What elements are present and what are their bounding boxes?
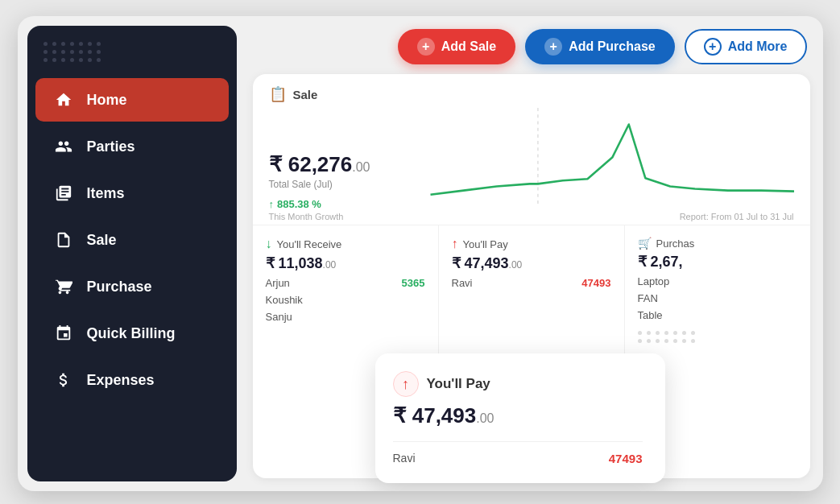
chart-wrapper: Report: From 01 Jul to 31 Jul bbox=[414, 108, 794, 221]
sale-icon bbox=[53, 229, 74, 250]
receive-party-name3: Sanju bbox=[266, 311, 292, 323]
receive-party-amount: 5365 bbox=[402, 277, 425, 289]
add-purchase-label: Add Purchase bbox=[569, 39, 656, 54]
add-sale-button[interactable]: + Add Sale bbox=[398, 29, 515, 64]
add-sale-label: Add Sale bbox=[441, 39, 496, 54]
sidebar-item-items[interactable]: Items bbox=[35, 171, 229, 215]
items-icon bbox=[53, 183, 74, 204]
growth-label: This Month Growth bbox=[269, 212, 398, 221]
cards-row: ↓ You'll Receive ₹ 11,038.00 Arjun 5365 … bbox=[253, 225, 810, 354]
purchase-item1: Laptop bbox=[638, 275, 670, 287]
popup-party-name: Ravi bbox=[393, 452, 416, 465]
growth-badge: ↑ 885.38 % bbox=[269, 198, 398, 210]
sidebar-item-expenses[interactable]: Expenses bbox=[35, 358, 229, 402]
add-sale-plus-icon: + bbox=[417, 38, 435, 56]
purchase-item3: Table bbox=[638, 309, 663, 321]
receive-card-title: You'll Receive bbox=[277, 238, 342, 250]
growth-value: 885.38 % bbox=[277, 198, 321, 210]
total-sale-label: Total Sale (Jul) bbox=[269, 179, 398, 190]
pay-party-name: Ravi bbox=[452, 277, 473, 289]
purchase-card-amount: ₹ 2,67, bbox=[638, 253, 797, 271]
sale-header: 📋 Sale bbox=[253, 74, 810, 108]
receive-row-arjun: Arjun 5365 bbox=[266, 277, 425, 289]
receive-card: ↓ You'll Receive ₹ 11,038.00 Arjun 5365 … bbox=[253, 225, 439, 354]
sidebar-item-sale-label: Sale bbox=[87, 232, 117, 249]
parties-icon bbox=[53, 136, 74, 157]
popup-row-ravi: Ravi 47493 bbox=[393, 452, 643, 465]
purchase-row-laptop: Laptop bbox=[638, 275, 797, 287]
main-content: + Add Sale + Add Purchase + Add More 📋 S… bbox=[246, 16, 823, 491]
purchase-card-header: 🛒 Purchas bbox=[638, 237, 797, 250]
purchase-card-title: Purchas bbox=[656, 238, 695, 250]
sidebar-item-purchase-label: Purchase bbox=[87, 279, 152, 295]
quick-billing-icon bbox=[53, 323, 74, 344]
pay-up-arrow-icon: ↑ bbox=[452, 237, 458, 251]
receive-party-name: Arjun bbox=[266, 277, 290, 289]
purchase-dots-pattern bbox=[638, 331, 797, 343]
add-more-button[interactable]: + Add More bbox=[685, 29, 807, 64]
pay-card-header: ↑ You'll Pay bbox=[452, 237, 611, 251]
sidebar-item-quick-billing[interactable]: Quick Billing bbox=[35, 312, 229, 355]
popup-title: You'll Pay bbox=[427, 376, 490, 392]
sidebar-item-items-label: Items bbox=[87, 185, 125, 202]
total-sale-amount: ₹ 62,276.00 bbox=[269, 152, 398, 177]
purchase-cart-icon: 🛒 bbox=[638, 237, 652, 250]
popup-amount: ₹ 47,493.00 bbox=[393, 403, 643, 428]
receive-row-koushik: Koushik bbox=[266, 294, 425, 306]
sidebar-item-quick-billing-label: Quick Billing bbox=[87, 325, 176, 342]
pay-party-amount: 47493 bbox=[581, 277, 610, 289]
pay-card-amount: ₹ 47,493.00 bbox=[452, 254, 611, 272]
pay-card-title: You'll Pay bbox=[463, 238, 508, 250]
popup-arrow-icon: ↑ bbox=[393, 371, 419, 397]
chart-stats-row: ₹ 62,276.00 Total Sale (Jul) ↑ 885.38 % … bbox=[253, 108, 810, 225]
pay-row-ravi: Ravi 47493 bbox=[452, 277, 611, 289]
sales-chart bbox=[414, 108, 794, 207]
receive-party-name2: Koushik bbox=[266, 294, 303, 306]
purchase-icon bbox=[53, 276, 74, 297]
popup-divider bbox=[393, 441, 643, 442]
add-more-plus-icon: + bbox=[704, 38, 722, 56]
home-icon bbox=[53, 89, 74, 110]
expenses-icon bbox=[53, 370, 74, 390]
receive-row-sanju: Sanju bbox=[266, 311, 425, 323]
youll-pay-popup: ↑ You'll Pay ₹ 47,493.00 Ravi 47493 bbox=[375, 353, 665, 483]
purchase-row-fan: FAN bbox=[638, 292, 797, 304]
popup-header: ↑ You'll Pay bbox=[393, 371, 643, 397]
sidebar-item-parties[interactable]: Parties bbox=[35, 125, 229, 168]
sidebar-item-home[interactable]: Home bbox=[35, 78, 229, 122]
purchase-summary-card: 🛒 Purchas ₹ 2,67, Laptop FAN Table bbox=[625, 225, 810, 354]
purchase-row-table: Table bbox=[638, 309, 797, 321]
sidebar-item-sale[interactable]: Sale bbox=[35, 218, 229, 262]
add-more-label: Add More bbox=[728, 39, 788, 54]
chart-report-label: Report: From 01 Jul to 31 Jul bbox=[414, 212, 794, 221]
sidebar-item-purchase[interactable]: Purchase bbox=[35, 265, 229, 308]
app-container: Home Parties Items Sale bbox=[18, 16, 823, 491]
pay-card: ↑ You'll Pay ₹ 47,493.00 Ravi 47493 bbox=[439, 225, 625, 354]
receive-down-arrow-icon: ↓ bbox=[266, 237, 272, 251]
top-buttons-bar: + Add Sale + Add Purchase + Add More bbox=[253, 29, 810, 64]
sale-header-icon: 📋 bbox=[269, 85, 287, 103]
add-purchase-plus-icon: + bbox=[544, 38, 562, 56]
purchase-item2: FAN bbox=[638, 292, 658, 304]
sidebar-item-home-label: Home bbox=[87, 92, 127, 109]
sidebar: Home Parties Items Sale bbox=[27, 26, 237, 481]
popup-party-amount: 47493 bbox=[609, 452, 643, 465]
sale-header-label: Sale bbox=[293, 88, 318, 101]
receive-card-header: ↓ You'll Receive bbox=[266, 237, 425, 251]
receive-card-amount: ₹ 11,038.00 bbox=[266, 254, 425, 272]
growth-arrow-icon: ↑ bbox=[269, 198, 275, 210]
sidebar-item-parties-label: Parties bbox=[87, 138, 135, 155]
add-purchase-button[interactable]: + Add Purchase bbox=[525, 29, 675, 64]
sidebar-dots-decoration bbox=[27, 42, 237, 76]
sidebar-item-expenses-label: Expenses bbox=[87, 372, 155, 389]
stats-left: ₹ 62,276.00 Total Sale (Jul) ↑ 885.38 % … bbox=[269, 152, 398, 221]
